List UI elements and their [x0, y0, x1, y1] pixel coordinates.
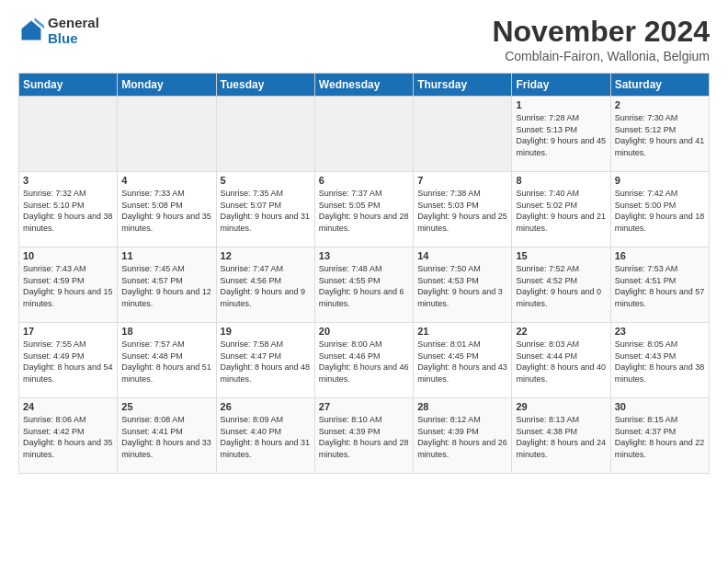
- day-number: 2: [615, 99, 705, 110]
- day-info: Sunrise: 8:15 AM Sunset: 4:37 PM Dayligh…: [615, 414, 705, 460]
- day-number: 26: [221, 401, 311, 412]
- calendar-week-row: 1Sunrise: 7:28 AM Sunset: 5:13 PM Daylig…: [19, 97, 710, 172]
- calendar-week-row: 3Sunrise: 7:32 AM Sunset: 5:10 PM Daylig…: [19, 172, 710, 247]
- calendar-cell: [19, 97, 118, 172]
- day-info: Sunrise: 7:45 AM Sunset: 4:57 PM Dayligh…: [121, 263, 211, 309]
- calendar-cell: 10Sunrise: 7:43 AM Sunset: 4:59 PM Dayli…: [19, 247, 118, 323]
- day-info: Sunrise: 7:35 AM Sunset: 5:07 PM Dayligh…: [221, 188, 311, 234]
- calendar-week-row: 10Sunrise: 7:43 AM Sunset: 4:59 PM Dayli…: [19, 247, 710, 323]
- day-number: 24: [23, 401, 113, 412]
- calendar-cell: 2Sunrise: 7:30 AM Sunset: 5:12 PM Daylig…: [610, 97, 709, 172]
- day-info: Sunrise: 7:52 AM Sunset: 4:52 PM Dayligh…: [516, 263, 606, 309]
- day-number: 8: [516, 175, 606, 186]
- calendar-cell: 18Sunrise: 7:57 AM Sunset: 4:48 PM Dayli…: [118, 323, 216, 398]
- calendar-cell: 15Sunrise: 7:52 AM Sunset: 4:52 PM Dayli…: [512, 247, 610, 323]
- day-info: Sunrise: 8:01 AM Sunset: 4:45 PM Dayligh…: [417, 339, 507, 385]
- calendar-cell: 26Sunrise: 8:09 AM Sunset: 4:40 PM Dayli…: [216, 398, 314, 474]
- calendar-cell: 8Sunrise: 7:40 AM Sunset: 5:02 PM Daylig…: [512, 172, 610, 247]
- day-info: Sunrise: 7:42 AM Sunset: 5:00 PM Dayligh…: [615, 188, 705, 234]
- day-number: 30: [615, 401, 705, 412]
- day-number: 11: [121, 250, 211, 261]
- calendar-cell: [118, 97, 216, 172]
- day-info: Sunrise: 8:08 AM Sunset: 4:41 PM Dayligh…: [121, 414, 211, 460]
- col-saturday: Saturday: [610, 74, 709, 97]
- day-info: Sunrise: 7:37 AM Sunset: 5:05 PM Dayligh…: [319, 188, 409, 234]
- calendar-cell: 11Sunrise: 7:45 AM Sunset: 4:57 PM Dayli…: [118, 247, 216, 323]
- day-info: Sunrise: 8:12 AM Sunset: 4:39 PM Dayligh…: [417, 414, 507, 460]
- day-info: Sunrise: 7:40 AM Sunset: 5:02 PM Dayligh…: [516, 188, 606, 234]
- calendar-cell: 29Sunrise: 8:13 AM Sunset: 4:38 PM Dayli…: [512, 398, 610, 474]
- day-number: 17: [23, 326, 113, 337]
- day-info: Sunrise: 7:38 AM Sunset: 5:03 PM Dayligh…: [417, 188, 507, 234]
- logo-icon: [18, 17, 44, 43]
- calendar-cell: 25Sunrise: 8:08 AM Sunset: 4:41 PM Dayli…: [118, 398, 216, 474]
- calendar-cell: 20Sunrise: 8:00 AM Sunset: 4:46 PM Dayli…: [314, 323, 413, 398]
- col-thursday: Thursday: [414, 74, 512, 97]
- day-info: Sunrise: 8:10 AM Sunset: 4:39 PM Dayligh…: [319, 414, 409, 460]
- day-number: 16: [615, 250, 705, 261]
- calendar-cell: 21Sunrise: 8:01 AM Sunset: 4:45 PM Dayli…: [414, 323, 512, 398]
- page: General Blue November 2024 Comblain-Fair…: [0, 0, 728, 563]
- logo: General Blue: [18, 15, 99, 46]
- title-block: November 2024 Comblain-Fairon, Wallonia,…: [492, 15, 710, 63]
- day-info: Sunrise: 7:28 AM Sunset: 5:13 PM Dayligh…: [516, 112, 606, 158]
- day-info: Sunrise: 7:57 AM Sunset: 4:48 PM Dayligh…: [121, 339, 211, 385]
- col-monday: Monday: [118, 74, 216, 97]
- day-number: 21: [417, 326, 507, 337]
- calendar-week-row: 24Sunrise: 8:06 AM Sunset: 4:42 PM Dayli…: [19, 398, 710, 474]
- day-info: Sunrise: 7:32 AM Sunset: 5:10 PM Dayligh…: [23, 188, 113, 234]
- day-info: Sunrise: 7:43 AM Sunset: 4:59 PM Dayligh…: [23, 263, 113, 309]
- day-number: 10: [23, 250, 113, 261]
- calendar-cell: 5Sunrise: 7:35 AM Sunset: 5:07 PM Daylig…: [216, 172, 314, 247]
- calendar-cell: 19Sunrise: 7:58 AM Sunset: 4:47 PM Dayli…: [216, 323, 314, 398]
- day-info: Sunrise: 8:09 AM Sunset: 4:40 PM Dayligh…: [221, 414, 311, 460]
- col-tuesday: Tuesday: [216, 74, 314, 97]
- day-number: 1: [516, 99, 606, 110]
- day-info: Sunrise: 7:33 AM Sunset: 5:08 PM Dayligh…: [121, 188, 211, 234]
- day-number: 27: [319, 401, 409, 412]
- calendar-cell: 1Sunrise: 7:28 AM Sunset: 5:13 PM Daylig…: [512, 97, 610, 172]
- day-number: 13: [319, 250, 409, 261]
- calendar-cell: 3Sunrise: 7:32 AM Sunset: 5:10 PM Daylig…: [19, 172, 118, 247]
- day-info: Sunrise: 8:13 AM Sunset: 4:38 PM Dayligh…: [516, 414, 606, 460]
- calendar-cell: 14Sunrise: 7:50 AM Sunset: 4:53 PM Dayli…: [414, 247, 512, 323]
- calendar-cell: 30Sunrise: 8:15 AM Sunset: 4:37 PM Dayli…: [610, 398, 709, 474]
- day-number: 9: [615, 175, 705, 186]
- col-friday: Friday: [512, 74, 610, 97]
- day-info: Sunrise: 7:47 AM Sunset: 4:56 PM Dayligh…: [221, 263, 311, 309]
- logo-text: General Blue: [48, 15, 99, 46]
- day-info: Sunrise: 8:00 AM Sunset: 4:46 PM Dayligh…: [319, 339, 409, 385]
- day-number: 12: [221, 250, 311, 261]
- day-number: 28: [417, 401, 507, 412]
- calendar-cell: 16Sunrise: 7:53 AM Sunset: 4:51 PM Dayli…: [610, 247, 709, 323]
- calendar-cell: [414, 97, 512, 172]
- day-number: 7: [417, 175, 507, 186]
- calendar-cell: 12Sunrise: 7:47 AM Sunset: 4:56 PM Dayli…: [216, 247, 314, 323]
- calendar-cell: 22Sunrise: 8:03 AM Sunset: 4:44 PM Dayli…: [512, 323, 610, 398]
- day-number: 19: [221, 326, 311, 337]
- col-sunday: Sunday: [19, 74, 118, 97]
- day-info: Sunrise: 7:53 AM Sunset: 4:51 PM Dayligh…: [615, 263, 705, 309]
- day-number: 5: [221, 175, 311, 186]
- day-number: 3: [23, 175, 113, 186]
- month-title: November 2024: [492, 15, 710, 49]
- calendar-cell: 9Sunrise: 7:42 AM Sunset: 5:00 PM Daylig…: [610, 172, 709, 247]
- calendar-cell: 27Sunrise: 8:10 AM Sunset: 4:39 PM Dayli…: [314, 398, 413, 474]
- day-number: 29: [516, 401, 606, 412]
- calendar: Sunday Monday Tuesday Wednesday Thursday…: [18, 73, 710, 474]
- day-info: Sunrise: 7:30 AM Sunset: 5:12 PM Dayligh…: [615, 112, 705, 158]
- day-info: Sunrise: 8:03 AM Sunset: 4:44 PM Dayligh…: [516, 339, 606, 385]
- calendar-cell: 28Sunrise: 8:12 AM Sunset: 4:39 PM Dayli…: [414, 398, 512, 474]
- calendar-header-row: Sunday Monday Tuesday Wednesday Thursday…: [19, 74, 710, 97]
- subtitle: Comblain-Fairon, Wallonia, Belgium: [492, 49, 710, 63]
- day-info: Sunrise: 7:48 AM Sunset: 4:55 PM Dayligh…: [319, 263, 409, 309]
- day-number: 25: [121, 401, 211, 412]
- calendar-cell: 7Sunrise: 7:38 AM Sunset: 5:03 PM Daylig…: [414, 172, 512, 247]
- calendar-cell: 23Sunrise: 8:05 AM Sunset: 4:43 PM Dayli…: [610, 323, 709, 398]
- day-info: Sunrise: 7:58 AM Sunset: 4:47 PM Dayligh…: [221, 339, 311, 385]
- day-info: Sunrise: 7:55 AM Sunset: 4:49 PM Dayligh…: [23, 339, 113, 385]
- day-number: 20: [319, 326, 409, 337]
- calendar-week-row: 17Sunrise: 7:55 AM Sunset: 4:49 PM Dayli…: [19, 323, 710, 398]
- col-wednesday: Wednesday: [314, 74, 413, 97]
- day-number: 14: [417, 250, 507, 261]
